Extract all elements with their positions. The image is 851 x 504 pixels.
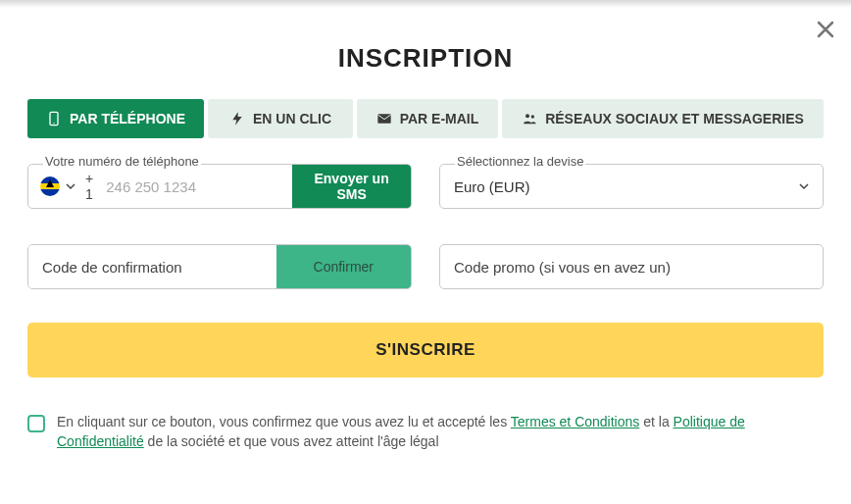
- terms-text: En cliquant sur ce bouton, vous confirme…: [57, 413, 824, 451]
- flag-icon: [40, 176, 60, 196]
- phone-icon: [46, 111, 62, 126]
- tab-social[interactable]: RÉSEAUX SOCIAUX ET MESSAGERIES: [502, 99, 824, 138]
- chevron-down-icon: [799, 181, 809, 191]
- svg-point-1: [53, 123, 54, 124]
- svg-point-4: [531, 115, 534, 118]
- currency-field: Sélectionnez la devise Euro (EUR): [439, 164, 824, 209]
- confirm-button[interactable]: Confirmer: [276, 245, 411, 288]
- users-icon: [522, 111, 537, 126]
- send-sms-button[interactable]: Envoyer un SMS: [292, 165, 411, 208]
- close-icon: [814, 18, 837, 41]
- bolt-icon: [229, 111, 245, 126]
- tab-oneclick[interactable]: EN UN CLIC: [208, 99, 353, 138]
- tab-phone[interactable]: PAR TÉLÉPHONE: [27, 99, 204, 138]
- close-button[interactable]: [814, 18, 837, 41]
- tab-email-label: PAR E-MAIL: [400, 111, 479, 126]
- signup-tabs: PAR TÉLÉPHONE EN UN CLIC PAR E-MAIL RÉSE…: [27, 99, 824, 138]
- page-title: INSCRIPTION: [0, 0, 851, 74]
- currency-value: Euro (EUR): [454, 178, 530, 195]
- terms-link[interactable]: Termes et Conditions: [511, 414, 640, 429]
- chevron-down-icon: [66, 181, 75, 191]
- promo-code-input[interactable]: [439, 244, 824, 289]
- terms-checkbox[interactable]: [27, 415, 45, 432]
- confirmation-code-input[interactable]: [28, 245, 276, 288]
- phone-input[interactable]: [106, 165, 292, 208]
- confirm-field: Confirmer: [27, 244, 412, 289]
- phone-field: Votre numéro de téléphone + 1 Envoyer un…: [27, 164, 412, 209]
- phone-label: Votre numéro de téléphone: [43, 154, 201, 169]
- svg-rect-2: [377, 114, 390, 123]
- signup-button[interactable]: S'INSCRIRE: [27, 323, 824, 378]
- currency-label: Sélectionnez la devise: [455, 154, 585, 169]
- currency-select[interactable]: Euro (EUR): [439, 164, 824, 209]
- country-select[interactable]: [28, 165, 85, 208]
- terms-row: En cliquant sur ce bouton, vous confirme…: [27, 413, 824, 451]
- promo-field: [439, 244, 824, 289]
- tab-phone-label: PAR TÉLÉPHONE: [70, 111, 185, 126]
- phone-prefix: + 1: [85, 165, 106, 208]
- tab-email[interactable]: PAR E-MAIL: [357, 99, 498, 138]
- svg-point-3: [526, 114, 529, 118]
- mail-icon: [376, 111, 392, 126]
- tab-oneclick-label: EN UN CLIC: [253, 111, 331, 126]
- tab-social-label: RÉSEAUX SOCIAUX ET MESSAGERIES: [545, 111, 804, 126]
